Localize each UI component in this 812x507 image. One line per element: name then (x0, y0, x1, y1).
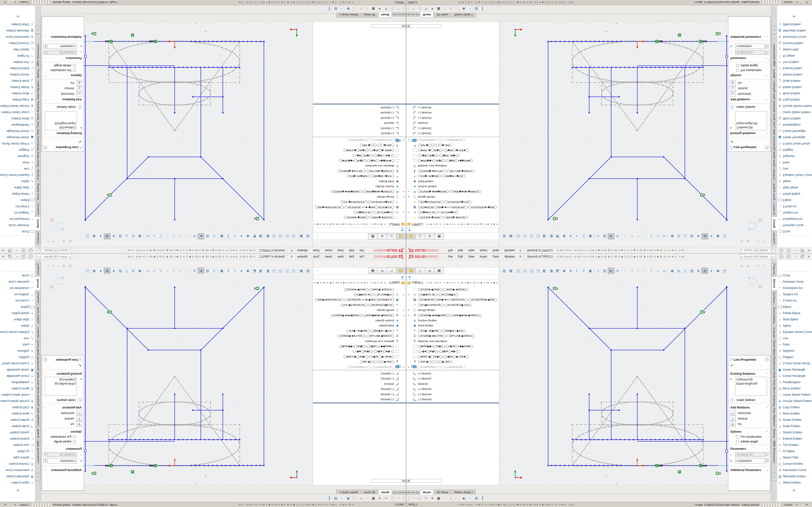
child-window-button-icon[interactable]: ◨ (745, 240, 751, 243)
tree-item[interactable]: ┗◯ИИ◦◉◯◯◦◯◯◉◦ИИ◯ (406, 359, 499, 364)
bottom-toolbar-icon-0[interactable]: ✎ (410, 7, 417, 11)
add-relation-horizontal[interactable]: —Horizontal (728, 410, 770, 416)
tab-property-manager[interactable] (416, 233, 425, 239)
headsup-icon-5[interactable]: ◳ (271, 268, 277, 274)
checkbox[interactable] (73, 440, 76, 443)
model-tab-nav-icon[interactable]: ▶| (392, 12, 396, 16)
tree-item[interactable]: ◈Surface Bodies (313, 318, 406, 323)
panel-help-icon[interactable]: ? (765, 146, 768, 150)
tab-motion-study-1[interactable]: Motion Study 1 (336, 12, 361, 17)
command-tab-data-migration[interactable]: Data Migration (35, 80, 41, 100)
add-relation-vertical[interactable]: |Vertical (728, 416, 770, 421)
option-for-construction[interactable]: For construction (42, 434, 84, 439)
model-tab-nav-icon[interactable]: ▶ (396, 491, 399, 495)
expand-icon[interactable]: ⌄ (766, 36, 768, 38)
tree-item[interactable]: ◕◯ЄЅ◉ЄЅИЗЄЅЄ◯◦◯ЄЅЗЄИЄЅ◉◦ЄЅ◯ (406, 302, 499, 307)
tab-3d-views[interactable]: 3D Views (434, 12, 451, 17)
headsup-icon-26[interactable]: ◎ (130, 268, 137, 274)
search-dropdown-icon[interactable]: ▾ (37, 249, 39, 251)
cancel-sketch-icon[interactable]: ✕ (757, 216, 763, 224)
scroll-left-icon[interactable]: ◀ (406, 479, 410, 483)
length-spinner[interactable]: ▲▼ (765, 452, 768, 457)
gear-icon[interactable] (479, 7, 486, 11)
tree-scrollbar[interactable]: ◀ (406, 24, 441, 28)
collapse-icon[interactable]: ⌃ (766, 373, 768, 375)
tool-ellipse[interactable]: ◯Ellipse (777, 197, 812, 203)
tool-equation-driven-curve[interactable]: ƒEquation Driven Curve (777, 329, 812, 335)
restore-button[interactable] (9, 249, 11, 251)
tool-silhouette-entities[interactable]: ▥Silhouette Entities (777, 473, 812, 480)
command-tab-markup[interactable]: Markup (35, 67, 41, 80)
tool-rotate-entities[interactable]: ↻Rotate Entities (0, 84, 35, 90)
tab-property-manager[interactable] (387, 233, 396, 239)
cancel-sketch-icon[interactable]: ✕ (757, 283, 763, 291)
headsup-icon-29[interactable]: ◈ (110, 268, 117, 274)
tool-rotate-entities[interactable]: ↻Rotate Entities (777, 84, 812, 90)
angle-spinner[interactable]: ▲▼ (765, 458, 768, 463)
search-input[interactable] (43, 249, 68, 252)
relation-entry[interactable]: Equal length109 (46, 121, 75, 125)
headsup-icon-19[interactable]: ↺ (177, 233, 184, 239)
headsup-icon-19[interactable]: ↺ (628, 268, 635, 274)
pin-icon[interactable]: ⚑ (518, 248, 522, 252)
tool-mirror-entities[interactable]: ◫Mirror Entities (0, 385, 35, 392)
menu-window[interactable]: Window (295, 248, 310, 253)
collapse-icon[interactable]: ⌃ (766, 448, 768, 450)
headsup-icon-8[interactable]: ◩ (251, 233, 258, 239)
headsup-icon-10[interactable]: ● (238, 268, 245, 274)
checkbox[interactable] (736, 440, 739, 443)
collapse-icon[interactable]: ⌃ (44, 74, 46, 77)
tree-item[interactable]: ☰Material <not specified> (406, 163, 499, 169)
add-relation-horizontal[interactable]: —Horizontal (42, 91, 84, 97)
menu-insert[interactable]: Insert (322, 254, 335, 259)
command-tab-mesh-modeling[interactable]: Mesh Modeling (35, 101, 41, 120)
tree-item[interactable]: Sketch3 (313, 121, 406, 126)
expand-icon[interactable]: ⌄ (44, 36, 46, 38)
headsup-icon-12[interactable]: ↧ (580, 268, 587, 274)
tool-sketch-fillet[interactable]: ╭Sketch Fillet (0, 454, 35, 461)
tool-circle[interactable]: ◯Circle (0, 272, 35, 279)
tool-linear-sketch-pattern[interactable]: ∷Linear Sketch Pattern (0, 392, 35, 398)
headsup-icon-4[interactable]: ◲ (528, 233, 535, 239)
headsup-icon-29[interactable]: ◈ (110, 233, 117, 239)
tool-spline[interactable]: ∿Spline (0, 323, 35, 329)
add-relation-vertical[interactable]: |Vertical (42, 86, 84, 91)
tree-item[interactable]: ◯♣ЖЄ◦◉◯Ж◉Ι◯◦◯Ι◉Ж◯◉◦ЄЖ♣◯ (313, 354, 406, 359)
collapse-icon[interactable]: ⌃ (44, 373, 46, 375)
tool-linear-sketch-pattern[interactable]: ∷Linear Sketch Pattern (0, 109, 35, 115)
headsup-icon-2[interactable]: ◰ (290, 233, 297, 239)
headsup-icon-0[interactable]: ▤ (501, 268, 507, 274)
tool-stretch-entities[interactable]: ↔Stretch Entities (0, 71, 35, 78)
scroll-left-icon[interactable]: ◀ (402, 24, 406, 28)
headsup-icon-9[interactable]: ◆ (245, 268, 251, 274)
add-relation-horizontal[interactable]: —Horizontal (42, 410, 84, 416)
command-tab-sheet-metal[interactable]: Sheet Metal (771, 151, 777, 167)
tool-ellipse[interactable]: ◯Ellipse (777, 304, 812, 310)
tool-partial-ellipse[interactable]: ◖Partial Ellipse (0, 310, 35, 316)
tree-item[interactable]: ◯◦◉♣◯Ж◉Ι◯◦◯Ι◉Ж◯♣◉◦◯ (406, 349, 499, 354)
headsup-icon-11[interactable]: ◐ (232, 268, 238, 274)
headsup-icon-11[interactable]: ◐ (574, 233, 580, 239)
command-tab-data-migration[interactable]: Data Migration (771, 407, 777, 427)
restore-button[interactable] (801, 249, 803, 251)
relation-tag[interactable]: =109 (655, 40, 663, 43)
tree-filter-box[interactable] (407, 274, 499, 280)
command-tab-sheet-metal[interactable]: Sheet Metal (35, 340, 41, 356)
length-field[interactable]: 10.88152731 (47, 50, 77, 55)
option-infinite-length[interactable]: Infinite length (42, 63, 84, 68)
tab-motion-study-1[interactable]: Motion Study 1 (336, 490, 361, 495)
tree-item[interactable]: ◆Solid Bodies (313, 323, 406, 328)
relation-tag[interactable]: ▣3 (553, 217, 558, 220)
menu-edit[interactable]: Edit (347, 248, 357, 253)
minimize-button[interactable]: – (14, 255, 20, 259)
scroll-left-icon[interactable]: ◀ (402, 479, 406, 483)
command-tab-sketch[interactable]: Sketch (771, 217, 777, 231)
add-relation-fix[interactable]: ⚓Fix (728, 80, 770, 86)
model-tab-nav-icon[interactable]: ▶| (416, 491, 420, 495)
model-tab-nav-icon[interactable]: ◀ (399, 491, 402, 495)
tool-extend-entities[interactable]: ⊢Extend Entities (777, 65, 812, 71)
headsup-icon-13[interactable]: ▣ (218, 268, 225, 274)
command-tab--[interactable]: ⋮ (35, 464, 41, 473)
relation-tag[interactable]: ✎ (678, 34, 681, 37)
relation-tag[interactable]: ▣3 (107, 311, 112, 314)
